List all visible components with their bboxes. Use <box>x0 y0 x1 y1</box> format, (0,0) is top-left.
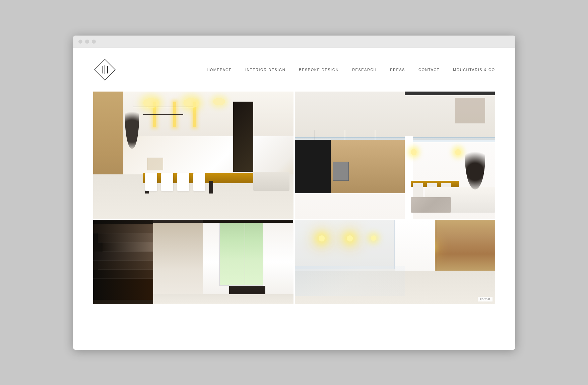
stair-step-4 <box>93 252 153 261</box>
format-badge: Format <box>478 297 493 301</box>
nav-item-interior-design[interactable]: INTERIOR DESIGN <box>245 68 285 72</box>
nav-item-bespoke-design[interactable]: BESPOKE DESIGN <box>299 68 339 72</box>
room2-backsplash <box>295 140 331 194</box>
stair-step-5 <box>98 261 153 270</box>
room2-dining-chair-1 <box>413 183 423 199</box>
stair-step-1 <box>93 224 153 233</box>
browser-window: HOMEPAGE INTERIOR DESIGN BESPOKE DESIGN … <box>73 36 515 350</box>
room2-ottoman <box>411 197 451 213</box>
room1-chair-1 <box>145 173 157 191</box>
website-body: HOMEPAGE INTERIOR DESIGN BESPOKE DESIGN … <box>73 48 515 350</box>
browser-dot-green <box>92 40 96 44</box>
room1-chair-2 <box>161 173 173 191</box>
room4-mirror <box>295 266 405 296</box>
gallery-item-room4[interactable]: Format <box>295 220 495 304</box>
nav-item-press[interactable]: PRESS <box>390 68 405 72</box>
nav-item-homepage[interactable]: HOMEPAGE <box>207 68 232 72</box>
room2-oven <box>333 162 349 181</box>
browser-chrome <box>73 36 515 48</box>
room2-wall-light-2 <box>411 149 417 155</box>
room3-window-mullion <box>245 223 245 286</box>
room1-wall-art <box>147 158 163 170</box>
room4-scene: Format <box>295 220 495 304</box>
room1-hanging-chair <box>125 104 139 149</box>
room2-ceiling-beam <box>405 92 495 95</box>
room1-chair-3 <box>177 173 189 191</box>
room3-middle <box>153 220 203 304</box>
nav-menu: HOMEPAGE INTERIOR DESIGN BESPOKE DESIGN … <box>207 68 495 72</box>
gallery-item-room1[interactable] <box>93 92 293 219</box>
room2-hanging-chair <box>465 145 485 189</box>
room1-stairs <box>233 102 253 172</box>
stair-step-7 <box>93 279 153 300</box>
room1-beam-1 <box>133 107 193 107</box>
logo-diamond <box>93 58 117 81</box>
room1-sofa <box>253 172 289 191</box>
room2-scene <box>295 92 495 219</box>
room3-window <box>219 223 263 286</box>
room2-wall-light-1 <box>455 149 461 155</box>
room3-beam-2 <box>203 220 293 223</box>
stair-step-2 <box>98 233 153 242</box>
stair-step-3 <box>103 242 153 252</box>
room4-ceiling-light-2 <box>347 235 353 241</box>
room2-upper-shelf <box>455 98 485 123</box>
logo-container[interactable] <box>93 58 117 81</box>
room4-ceiling-light-3 <box>371 235 376 241</box>
gallery-item-room3[interactable] <box>93 220 293 304</box>
nav-item-research[interactable]: RESEARCH <box>352 68 377 72</box>
room1-chair-4 <box>193 173 205 191</box>
browser-dot-yellow <box>85 40 89 44</box>
room1-table-leg-2 <box>209 181 213 194</box>
nav-item-contact[interactable]: CONTACT <box>418 68 440 72</box>
room4-glass-panel <box>295 220 395 269</box>
browser-dot-red <box>78 40 82 44</box>
main-navigation: HOMEPAGE INTERIOR DESIGN BESPOKE DESIGN … <box>207 68 495 72</box>
room1-beam-2 <box>143 114 183 115</box>
site-header: HOMEPAGE INTERIOR DESIGN BESPOKE DESIGN … <box>73 48 515 92</box>
stair-step-6 <box>93 270 153 279</box>
gallery-item-room2[interactable] <box>295 92 495 219</box>
room3-steps-container <box>93 224 153 300</box>
room3-floor <box>153 294 293 304</box>
room4-ceiling-light-1 <box>319 235 325 241</box>
nav-item-mouchtaris[interactable]: MOUCHTARIS & CO <box>453 68 495 72</box>
room1-scene <box>93 92 293 219</box>
room3-scene <box>93 220 293 304</box>
logo-svg <box>93 58 117 81</box>
gallery-grid: Format <box>93 92 495 304</box>
